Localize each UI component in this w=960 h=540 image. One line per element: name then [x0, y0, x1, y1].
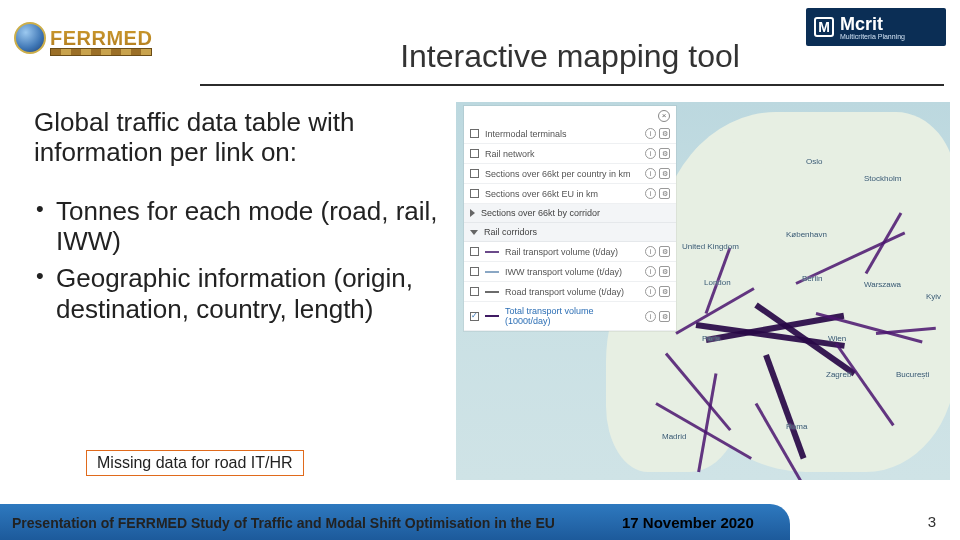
layer-label: Rail network: [485, 149, 639, 159]
map-label: Paris: [702, 334, 720, 343]
group-label: Rail corridors: [484, 227, 537, 237]
map-label: Wien: [828, 334, 846, 343]
gear-icon[interactable]: ⚙: [659, 128, 670, 139]
legend-line-icon: [485, 291, 499, 293]
map-label: København: [786, 230, 827, 239]
layer-row[interactable]: IWW transport volume (t/day) i⚙: [464, 262, 676, 282]
map-label: Roma: [786, 422, 807, 431]
checkbox-icon[interactable]: [470, 189, 479, 198]
footer-date: 17 November 2020: [622, 514, 754, 531]
ferrmed-logo: FERRMED: [14, 18, 174, 58]
gear-icon[interactable]: ⚙: [659, 188, 670, 199]
layer-label: Sections over 66kt per country in km: [485, 169, 639, 179]
title-underline: [200, 84, 944, 86]
gear-icon[interactable]: ⚙: [659, 311, 670, 322]
map-label: Zagreb: [826, 370, 851, 379]
map-label: Stockholm: [864, 174, 901, 183]
caret-down-icon: [470, 230, 478, 235]
layer-label: IWW transport volume (t/day): [505, 267, 639, 277]
info-icon[interactable]: i: [645, 148, 656, 159]
footer: Presentation of FERRMED Study of Traffic…: [0, 496, 960, 540]
group-label: Sections over 66kt by corridor: [481, 208, 600, 218]
close-icon[interactable]: ×: [658, 110, 670, 122]
missing-data-note: Missing data for road IT/HR: [86, 450, 304, 476]
layer-label: Road transport volume (t/day): [505, 287, 639, 297]
list-item: Tonnes for each mode (road, rail, IWW): [56, 196, 444, 257]
mcrit-mark-icon: M: [814, 17, 834, 37]
ferrmed-wordmark: FERRMED: [50, 27, 152, 50]
layer-row[interactable]: Sections over 66kt per country in km i⚙: [464, 164, 676, 184]
caret-right-icon: [470, 209, 475, 217]
map-label: București: [896, 370, 929, 379]
footer-title: Presentation of FERRMED Study of Traffic…: [12, 515, 555, 531]
gear-icon[interactable]: ⚙: [659, 148, 670, 159]
lead-text: Global traffic data table with informati…: [34, 108, 444, 168]
map-label: Kyiv: [926, 292, 941, 301]
gear-icon[interactable]: ⚙: [659, 266, 670, 277]
layer-group[interactable]: Rail corridors: [464, 223, 676, 242]
checkbox-icon[interactable]: [470, 169, 479, 178]
gear-icon[interactable]: ⚙: [659, 246, 670, 257]
legend-line-icon: [485, 251, 499, 253]
map-label: Oslo: [806, 157, 822, 166]
layer-group[interactable]: Sections over 66kt by corridor: [464, 204, 676, 223]
checkbox-icon[interactable]: [470, 267, 479, 276]
list-item: Geographic information (origin, destinat…: [56, 263, 444, 324]
checkbox-icon[interactable]: [470, 129, 479, 138]
gear-icon[interactable]: ⚙: [659, 286, 670, 297]
map-label: Madrid: [662, 432, 686, 441]
mcrit-name: Mcrit: [840, 15, 905, 33]
map-label: Berlin: [802, 274, 822, 283]
info-icon[interactable]: i: [645, 286, 656, 297]
globe-icon: [14, 22, 46, 54]
checkbox-icon[interactable]: ✓: [470, 312, 479, 321]
info-icon[interactable]: i: [645, 266, 656, 277]
layer-label: Intermodal terminals: [485, 129, 639, 139]
map-screenshot: Oslo Stockholm København United Kingdom …: [456, 102, 950, 480]
layer-row[interactable]: Road transport volume (t/day) i⚙: [464, 282, 676, 302]
layer-panel[interactable]: × Intermodal terminals i⚙ Rail network i…: [464, 106, 676, 331]
checkbox-icon[interactable]: [470, 149, 479, 158]
slide-title: Interactive mapping tool: [200, 38, 940, 81]
map-label: United Kingdom: [682, 242, 739, 251]
checkbox-icon[interactable]: [470, 287, 479, 296]
layer-row[interactable]: ✓ Total transport volume (1000t/day) i⚙: [464, 302, 676, 331]
map-label: Warszawa: [864, 280, 901, 289]
layer-label: Rail transport volume (t/day): [505, 247, 639, 257]
legend-line-icon: [485, 315, 499, 317]
info-icon[interactable]: i: [645, 246, 656, 257]
legend-line-icon: [485, 271, 499, 273]
layer-row[interactable]: Intermodal terminals i⚙: [464, 124, 676, 144]
checkbox-icon[interactable]: [470, 247, 479, 256]
layer-row[interactable]: Rail transport volume (t/day) i⚙: [464, 242, 676, 262]
layer-row[interactable]: Sections over 66kt EU in km i⚙: [464, 184, 676, 204]
layer-label: Total transport volume (1000t/day): [505, 306, 639, 326]
info-icon[interactable]: i: [645, 128, 656, 139]
info-icon[interactable]: i: [645, 311, 656, 322]
gear-icon[interactable]: ⚙: [659, 168, 670, 179]
page-number: 3: [928, 513, 936, 530]
map-label: London: [704, 278, 731, 287]
layer-row[interactable]: Rail network i⚙: [464, 144, 676, 164]
info-icon[interactable]: i: [645, 188, 656, 199]
info-icon[interactable]: i: [645, 168, 656, 179]
bullet-list: Tonnes for each mode (road, rail, IWW) G…: [34, 196, 444, 325]
layer-label: Sections over 66kt EU in km: [485, 189, 639, 199]
